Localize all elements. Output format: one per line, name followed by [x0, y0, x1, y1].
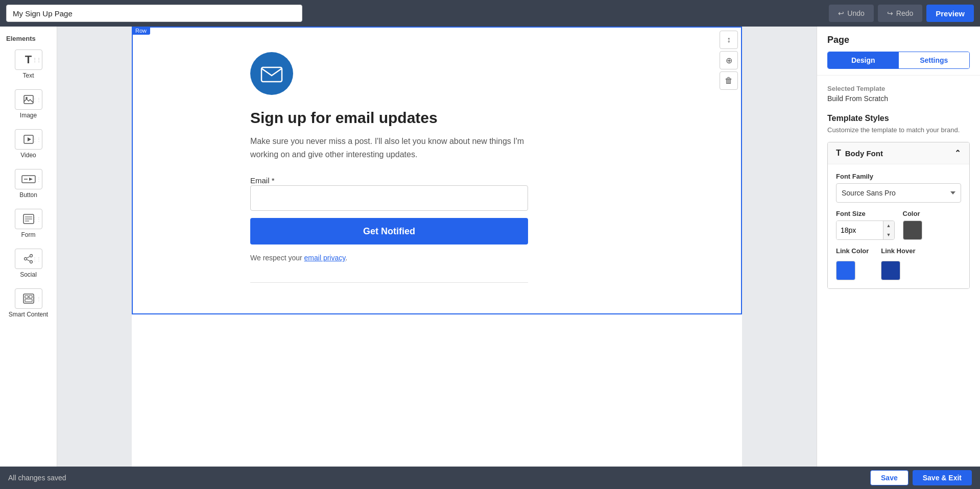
font-color-group: Color: [903, 210, 962, 240]
font-color-swatch[interactable]: [903, 221, 922, 240]
link-hover-label: Link Hover: [881, 247, 915, 255]
font-size-down-button[interactable]: ▼: [883, 230, 894, 239]
element-smart-content[interactable]: Smart Content: [0, 283, 57, 323]
font-size-label: Font Size: [836, 210, 895, 217]
svg-point-12: [24, 258, 27, 260]
add-row-icon[interactable]: ⊕: [720, 51, 738, 69]
font-size-group: Font Size ▲ ▼: [836, 210, 895, 240]
content-divider: [250, 282, 528, 283]
privacy-text: We respect your email privacy.: [250, 254, 700, 262]
saved-status: All changes saved: [8, 474, 66, 482]
canvas-wrapper: Row ↕ ⊕ 🗑 Sign up for email updates Make…: [132, 27, 742, 467]
right-panel-title: Page: [827, 35, 970, 45]
email-input[interactable]: [250, 185, 528, 211]
font-size-color-row: Font Size ▲ ▼ Color: [836, 210, 961, 240]
canvas-area[interactable]: Row ↕ ⊕ 🗑 Sign up for email updates Make…: [57, 27, 817, 467]
save-button[interactable]: Save: [870, 470, 909, 485]
image-element-icon: [15, 89, 42, 110]
link-color-group: Link Color: [836, 247, 869, 280]
svg-point-13: [30, 261, 32, 263]
element-button[interactable]: Button: [0, 164, 57, 204]
signup-description: Make sure you never miss a post. I'll al…: [250, 135, 526, 161]
tab-row: Design Settings: [827, 52, 970, 69]
redo-button[interactable]: ↪ Redo: [878, 5, 922, 22]
save-exit-button[interactable]: Save & Exit: [913, 470, 972, 485]
undo-icon: ↩: [838, 9, 844, 17]
element-image[interactable]: Image: [0, 84, 57, 124]
template-styles-section: Template Styles Customize the template t…: [827, 114, 970, 289]
svg-marker-6: [29, 178, 33, 181]
main-layout: Elements T Text Image Video Button: [0, 27, 980, 467]
selected-template-value: Build From Scratch: [827, 94, 970, 103]
elements-title: Elements: [0, 31, 57, 44]
template-styles-title: Template Styles: [827, 114, 970, 123]
link-color-label: Link Color: [836, 247, 869, 255]
get-notified-button[interactable]: Get Notified: [250, 218, 528, 244]
email-icon-circle: [250, 52, 293, 95]
body-font-accordion: T Body Font ⌃ Font Family Source Sans Pr…: [827, 142, 970, 289]
svg-rect-4: [22, 176, 35, 183]
svg-rect-20: [261, 67, 282, 82]
bottom-bar-actions: Save Save & Exit: [870, 470, 972, 485]
email-privacy-link[interactable]: email privacy: [304, 254, 346, 262]
element-text-label: Text: [22, 72, 34, 79]
svg-rect-17: [25, 296, 28, 298]
element-social[interactable]: Social: [0, 243, 57, 283]
font-family-label: Font Family: [836, 173, 961, 180]
move-row-icon[interactable]: ↕: [720, 31, 738, 49]
svg-rect-19: [25, 299, 32, 302]
delete-row-icon[interactable]: 🗑: [720, 71, 738, 90]
video-element-icon: [15, 129, 42, 150]
link-hover-swatch[interactable]: [881, 261, 900, 280]
svg-rect-0: [24, 95, 33, 104]
accordion-body-font-header[interactable]: T Body Font ⌃: [828, 142, 969, 164]
element-form-label: Form: [21, 231, 36, 238]
element-button-label: Button: [19, 191, 37, 199]
element-form[interactable]: Form: [0, 204, 57, 243]
tab-settings[interactable]: Settings: [899, 52, 970, 68]
text-element-icon: T: [15, 50, 42, 70]
svg-point-11: [30, 255, 32, 257]
page-title-input[interactable]: [6, 5, 302, 22]
social-element-icon: [15, 249, 42, 269]
font-size-arrows: ▲ ▼: [883, 221, 894, 239]
redo-icon: ↪: [887, 9, 893, 17]
canvas-content: Sign up for email updates Make sure you …: [132, 27, 742, 314]
accordion-body-font-body: Font Family Source Sans Pro Font Size ▲: [828, 164, 969, 288]
undo-button[interactable]: ↩ Undo: [829, 5, 873, 22]
right-panel-header: Page Design Settings: [817, 27, 980, 76]
bottom-bar: All changes saved Save Save & Exit: [0, 467, 980, 489]
element-video[interactable]: Video: [0, 124, 57, 164]
font-size-up-button[interactable]: ▲: [883, 221, 894, 230]
right-panel-body: Selected Template Build From Scratch Tem…: [817, 76, 980, 467]
link-hover-group: Link Hover: [881, 247, 915, 280]
selected-template-section: Selected Template Build From Scratch: [827, 85, 970, 103]
button-element-icon: [15, 169, 42, 189]
topbar: ↩ Undo ↪ Redo Preview: [0, 0, 980, 27]
selected-template-label: Selected Template: [827, 85, 970, 92]
svg-line-14: [27, 257, 30, 258]
email-label: Email *: [250, 176, 275, 185]
chevron-up-icon: ⌃: [954, 149, 961, 158]
font-family-select[interactable]: Source Sans Pro: [836, 183, 961, 203]
font-color-label: Color: [903, 210, 962, 217]
elements-panel: Elements T Text Image Video Button: [0, 27, 57, 467]
email-envelope-icon: [260, 62, 283, 85]
body-font-text-icon: T: [836, 149, 841, 158]
font-size-input[interactable]: [836, 221, 883, 239]
form-element-icon: [15, 209, 42, 229]
element-smart-content-label: Smart Content: [9, 311, 48, 318]
svg-rect-18: [29, 296, 32, 298]
template-styles-desc: Customize the template to match your bra…: [827, 126, 970, 134]
link-colors-row: Link Color Link Hover: [836, 247, 961, 280]
link-color-swatch[interactable]: [836, 261, 855, 280]
element-text[interactable]: T Text: [0, 44, 57, 84]
svg-line-15: [27, 260, 30, 261]
element-video-label: Video: [20, 152, 36, 159]
element-social-label: Social: [20, 271, 37, 278]
svg-marker-3: [28, 137, 31, 141]
right-panel: Page Design Settings Selected Template B…: [817, 27, 980, 467]
element-image-label: Image: [20, 112, 37, 119]
preview-button[interactable]: Preview: [926, 5, 974, 22]
tab-design[interactable]: Design: [828, 52, 899, 68]
